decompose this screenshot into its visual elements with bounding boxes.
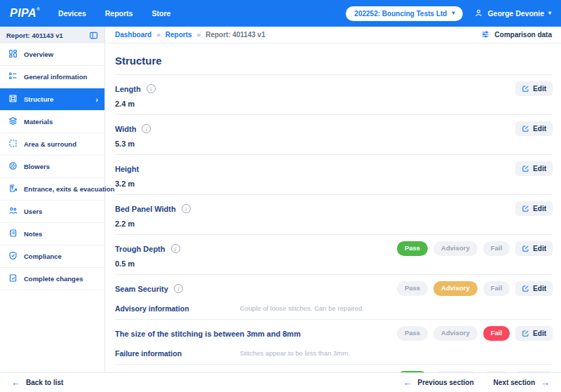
row-controls: Edit	[515, 81, 553, 96]
status-pill-pass[interactable]: Pass	[397, 241, 428, 255]
edit-label: Edit	[533, 165, 546, 173]
info-icon[interactable]: i	[142, 124, 151, 133]
pipa-logo[interactable]: PIPA®	[10, 7, 40, 20]
field-row: Height Edit 3.2 m	[115, 155, 553, 195]
status-pill-pass[interactable]: Pass	[397, 281, 428, 295]
sidebar-item-compliance[interactable]: Compliance ›	[0, 245, 104, 268]
edit-button[interactable]: Edit	[515, 281, 553, 296]
status-pill-fail[interactable]: Fail	[483, 281, 510, 295]
status-pill-fail[interactable]: Fail	[483, 241, 510, 255]
sidebar-item-structure[interactable]: Structure ›	[0, 88, 104, 111]
edit-pencil-icon	[522, 165, 529, 173]
field-label: Width	[115, 125, 136, 133]
breadcrumb-dashboard[interactable]: Dashboard	[115, 31, 151, 39]
nav-link-devices[interactable]: Devices	[58, 9, 86, 18]
navbar-right: 202252: Bouncing Tests Ltd ▾ George Devo…	[346, 6, 551, 21]
field-value: 2.4 m	[115, 100, 553, 108]
edit-pencil-icon	[522, 285, 529, 292]
field-row: Width i Edit 5.3 m	[115, 115, 553, 155]
edit-label: Edit	[533, 245, 546, 252]
general-info-icon	[8, 71, 18, 83]
sub-info-label: Advisory information	[115, 304, 240, 313]
comparison-data-link[interactable]: Comparison data	[481, 29, 552, 41]
row-controls: PassAdvisoryFail Edit	[397, 326, 553, 341]
nav-link-reports[interactable]: Reports	[105, 9, 133, 18]
next-section-link[interactable]: Next section →	[494, 378, 550, 387]
sidebar-item-notes[interactable]: Notes ›	[0, 223, 104, 245]
user-icon	[474, 8, 483, 19]
left-arrow-icon: ←	[11, 378, 20, 387]
edit-button[interactable]: Edit	[515, 201, 553, 216]
blowers-icon	[8, 161, 18, 173]
area-icon	[8, 138, 18, 151]
edit-pencil-icon	[522, 85, 529, 93]
sidebar-item-materials[interactable]: Materials ›	[0, 111, 104, 133]
edit-pencil-icon	[522, 125, 529, 133]
edit-pencil-icon	[522, 245, 529, 252]
sidebar-item-general-information[interactable]: General information ›	[0, 66, 104, 88]
edit-button[interactable]: Edit	[515, 121, 553, 136]
edit-label: Edit	[533, 330, 546, 337]
edit-pencil-icon	[522, 330, 529, 337]
info-icon[interactable]: i	[147, 84, 156, 93]
back-to-list-link[interactable]: ← Back to list	[11, 378, 63, 387]
edit-button[interactable]: Edit	[515, 81, 553, 96]
nav-link-store[interactable]: Store	[151, 9, 170, 18]
sidebar-item-overview[interactable]: Overview ›	[0, 43, 104, 66]
chevron-down-icon: ▾	[452, 11, 454, 16]
compliance-icon	[8, 250, 18, 263]
status-pill-advisory[interactable]: Advisory	[433, 241, 478, 255]
field-value: 3.2 m	[115, 180, 553, 188]
field-label: The size of the stitching is between 3mm…	[115, 330, 301, 338]
chevron-down-icon: ▾	[548, 11, 551, 16]
row-controls: PassAdvisoryFail Edit	[397, 241, 553, 256]
nav-links: Devices Reports Store	[58, 9, 170, 18]
account-selector[interactable]: 202252: Bouncing Tests Ltd ▾	[346, 6, 463, 21]
field-value: 0.5 m	[115, 259, 553, 268]
status-pill-pass[interactable]: Pass	[397, 326, 428, 340]
breadcrumb-separator: »	[197, 31, 201, 39]
sidebar-collapse-icon[interactable]	[89, 31, 98, 40]
edit-button[interactable]: Edit	[515, 326, 553, 341]
registered-mark: ®	[36, 7, 40, 11]
edit-label: Edit	[533, 285, 546, 292]
row-controls: Edit	[515, 121, 553, 136]
breadcrumb-reports[interactable]: Reports	[165, 31, 192, 39]
edit-label: Edit	[533, 205, 546, 212]
status-pill-advisory[interactable]: Advisory	[433, 326, 478, 340]
user-menu[interactable]: George Devonie ▾	[474, 8, 551, 19]
status-pill-advisory[interactable]: Advisory	[433, 281, 478, 295]
breadcrumb: Dashboard » Reports » Report: 401143 v1 …	[106, 27, 561, 43]
edit-button[interactable]: Edit	[515, 161, 553, 176]
info-icon[interactable]: i	[182, 204, 191, 213]
edit-label: Edit	[533, 85, 546, 93]
previous-section-link[interactable]: ← Previous section	[403, 378, 474, 387]
right-arrow-icon: →	[541, 378, 550, 387]
edit-label: Edit	[533, 125, 546, 133]
info-icon[interactable]: i	[171, 244, 180, 253]
entrance-icon	[8, 183, 18, 196]
page-title: Structure	[115, 55, 553, 67]
status-pill-fail[interactable]: Fail	[483, 326, 510, 340]
sidebar-item-blowers[interactable]: Blowers ›	[0, 156, 104, 178]
users-icon	[8, 205, 18, 218]
field-label: Trough Depth	[115, 245, 165, 253]
field-label: Height	[115, 165, 139, 173]
row-controls: Edit	[515, 161, 553, 176]
field-value: 2.2 m	[115, 219, 553, 228]
sidebar-item-entrance-exits-evacuation[interactable]: Entrance, exits & evacuation ›	[0, 178, 104, 201]
sidebar-item-users[interactable]: Users ›	[0, 201, 104, 223]
complete-changes-icon	[8, 273, 18, 285]
top-navbar: PIPA® Devices Reports Store 202252: Boun…	[0, 0, 561, 27]
report-title: Report: 401143 v1	[6, 32, 63, 39]
sidebar-item-complete-changes[interactable]: Complete changes ›	[0, 268, 104, 290]
field-row: Bed Panel Width i Edit 2.2 m	[115, 195, 553, 235]
sliders-icon	[481, 29, 489, 41]
edit-button[interactable]: Edit	[515, 241, 553, 256]
field-row: The size of the stitching is between 3mm…	[115, 320, 553, 365]
field-label: Bed Panel Width	[115, 205, 176, 213]
sub-info-text: Couple of loose stitches. Can be repaire…	[240, 304, 364, 312]
field-label: Seam Security	[115, 285, 168, 293]
info-icon[interactable]: i	[174, 284, 183, 293]
sidebar-item-area-surround[interactable]: Area & surround ›	[0, 133, 104, 156]
